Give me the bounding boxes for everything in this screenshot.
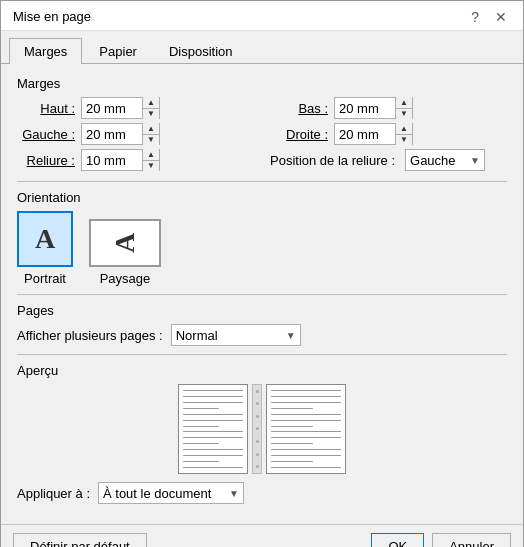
apercu-section-label: Aperçu <box>17 363 507 378</box>
reliure-up-btn[interactable]: ▲ <box>143 149 159 160</box>
position-reliure-select[interactable]: Gauche Haut ▼ <box>405 149 485 171</box>
rpreview-line-1 <box>271 390 341 391</box>
haut-spin-btns: ▲ ▼ <box>142 97 159 119</box>
position-reliure-label: Position de la reliure : <box>270 153 395 168</box>
droite-spin-btns: ▲ ▼ <box>395 123 412 145</box>
droite-down-btn[interactable]: ▼ <box>396 134 412 146</box>
bas-up-btn[interactable]: ▲ <box>396 97 412 108</box>
preview-line-7 <box>183 426 219 427</box>
afficher-arrow-icon: ▼ <box>282 330 300 341</box>
help-button[interactable]: ? <box>467 10 483 24</box>
portrait-box: A <box>17 211 73 267</box>
gauche-down-btn[interactable]: ▼ <box>143 134 159 146</box>
pages-row: Afficher plusieurs pages : Normal Deux p… <box>17 324 507 346</box>
title-controls: ? ✕ <box>467 10 511 24</box>
gauche-row: Gauche : ▲ ▼ <box>17 123 254 145</box>
divider-1 <box>17 181 507 182</box>
divider-2 <box>17 294 507 295</box>
preview-line-3 <box>183 402 243 403</box>
close-button[interactable]: ✕ <box>491 10 511 24</box>
droite-up-btn[interactable]: ▲ <box>396 123 412 134</box>
left-page-preview <box>178 384 248 474</box>
reliure-value[interactable] <box>82 150 142 170</box>
appliquer-arrow-icon: ▼ <box>225 488 243 499</box>
bas-input[interactable]: ▲ ▼ <box>334 97 413 119</box>
margins-grid: Haut : ▲ ▼ Gauche : ▲ <box>17 97 507 171</box>
apercu-section: Aperçu <box>17 363 507 474</box>
preview-line-6 <box>183 420 243 421</box>
haut-input[interactable]: ▲ ▼ <box>81 97 160 119</box>
paysage-letter-icon: A <box>109 233 141 253</box>
definir-par-defaut-button[interactable]: Définir par défaut <box>13 533 147 547</box>
title-bar: Mise en page ? ✕ <box>1 1 523 31</box>
rpreview-line-12 <box>271 455 341 456</box>
tab-content: Marges Haut : ▲ ▼ Gauche : <box>1 64 523 524</box>
portrait-label: Portrait <box>24 271 66 286</box>
paysage-label: Paysage <box>100 271 151 286</box>
reliure-row: Reliure : ▲ ▼ <box>17 149 254 171</box>
spine-dot-1 <box>256 390 259 393</box>
spine-dot-3 <box>256 415 259 418</box>
haut-value[interactable] <box>82 98 142 118</box>
droite-input[interactable]: ▲ ▼ <box>334 123 413 145</box>
appliquer-row: Appliquer à : À tout le document Au text… <box>17 482 507 504</box>
bas-value[interactable] <box>335 98 395 118</box>
haut-up-btn[interactable]: ▲ <box>143 97 159 108</box>
pages-section-label: Pages <box>17 303 507 318</box>
haut-down-btn[interactable]: ▼ <box>143 108 159 120</box>
rpreview-line-2 <box>271 396 341 397</box>
rpreview-line-13 <box>271 461 313 462</box>
preview-line-11 <box>183 449 243 450</box>
preview-line-13 <box>183 461 219 462</box>
spine-dot-2 <box>256 402 259 405</box>
tab-papier[interactable]: Papier <box>84 38 152 64</box>
portrait-option[interactable]: A Portrait <box>17 211 73 286</box>
spine-dot-7 <box>256 465 259 468</box>
bas-row: Bas : ▲ ▼ <box>270 97 507 119</box>
rpreview-line-3 <box>271 402 341 403</box>
reliure-down-btn[interactable]: ▼ <box>143 160 159 172</box>
gauche-input[interactable]: ▲ ▼ <box>81 123 160 145</box>
paysage-option[interactable]: A Paysage <box>89 211 161 286</box>
afficher-label: Afficher plusieurs pages : <box>17 328 163 343</box>
ok-button[interactable]: OK <box>371 533 424 547</box>
rpreview-line-4 <box>271 408 313 409</box>
bottom-bar: Définir par défaut OK Annuler <box>1 524 523 547</box>
marges-right-col: Bas : ▲ ▼ Droite : ▲ <box>270 97 507 171</box>
rpreview-line-10 <box>271 443 313 444</box>
appliquer-label: Appliquer à : <box>17 486 90 501</box>
reliure-label: Reliure : <box>17 153 75 168</box>
rpreview-line-7 <box>271 426 313 427</box>
droite-row: Droite : ▲ ▼ <box>270 123 507 145</box>
rpreview-line-11 <box>271 449 341 450</box>
gauche-label: Gauche : <box>17 127 75 142</box>
portrait-letter-icon: A <box>35 223 55 255</box>
gauche-value[interactable] <box>82 124 142 144</box>
tab-marges[interactable]: Marges <box>9 38 82 64</box>
apercu-preview <box>17 384 507 474</box>
preview-line-5 <box>183 414 243 415</box>
gauche-up-btn[interactable]: ▲ <box>143 123 159 134</box>
droite-label: Droite : <box>270 127 328 142</box>
tab-disposition[interactable]: Disposition <box>154 38 248 64</box>
preview-line-8 <box>183 431 243 432</box>
preview-line-4 <box>183 408 219 409</box>
spine-dot-4 <box>256 427 259 430</box>
marges-left-col: Haut : ▲ ▼ Gauche : ▲ <box>17 97 254 171</box>
orientation-options: A Portrait A Paysage <box>17 211 507 286</box>
dialog-action-buttons: OK Annuler <box>371 533 511 547</box>
appliquer-select[interactable]: À tout le document Au texte sélectionné … <box>98 482 244 504</box>
preview-line-12 <box>183 455 243 456</box>
appliquer-dropdown[interactable]: À tout le document Au texte sélectionné <box>99 483 225 503</box>
orientation-section: Orientation A Portrait A Paysage <box>17 190 507 286</box>
afficher-select[interactable]: Normal Deux pages Livre ▼ <box>171 324 301 346</box>
position-reliure-dropdown[interactable]: Gauche Haut <box>406 150 466 170</box>
droite-value[interactable] <box>335 124 395 144</box>
reliure-input[interactable]: ▲ ▼ <box>81 149 160 171</box>
rpreview-line-6 <box>271 420 341 421</box>
reliure-spin-btns: ▲ ▼ <box>142 149 159 171</box>
afficher-dropdown[interactable]: Normal Deux pages Livre <box>172 325 282 345</box>
bas-down-btn[interactable]: ▼ <box>396 108 412 120</box>
annuler-button[interactable]: Annuler <box>432 533 511 547</box>
tab-bar: Marges Papier Disposition <box>1 31 523 64</box>
